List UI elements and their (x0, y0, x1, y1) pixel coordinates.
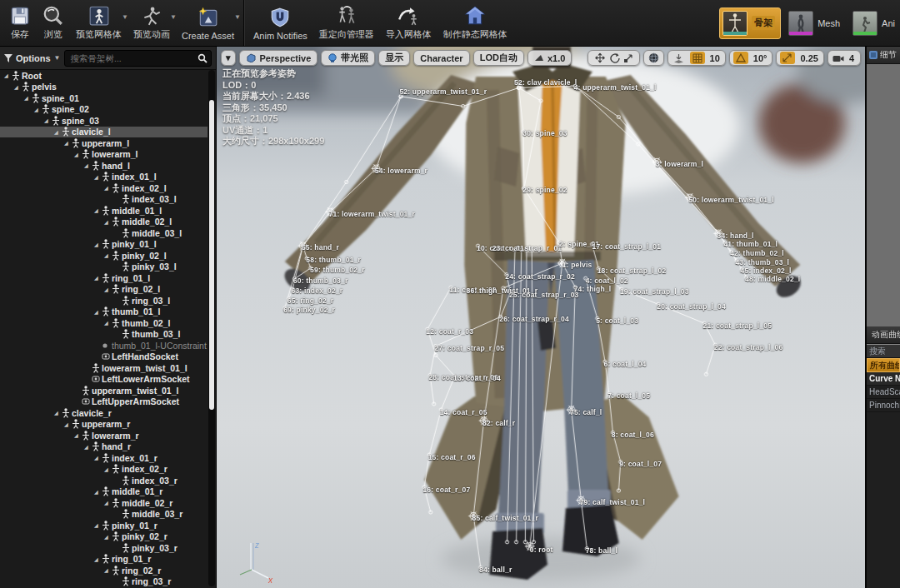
bone-label[interactable]: 43: thumb_03_l (735, 258, 789, 267)
preview-mesh-button[interactable]: ▼ 预览网格体 (70, 2, 128, 44)
tree-row-clavicle_l[interactable]: ◢clavicle_l (0, 127, 208, 138)
bone-label[interactable]: 6: coat_l_04 (603, 360, 646, 368)
tree-row-ring_02_l[interactable]: ◢ring_02_l (0, 284, 208, 296)
bone-label[interactable]: 16: coat_r_07 (422, 486, 470, 494)
bone-label[interactable]: 0: root (530, 546, 553, 554)
browse-button[interactable]: 浏览 (37, 2, 70, 44)
bone-label[interactable]: 9: coat_l_07 (619, 460, 662, 468)
tree-row-ring_01_l[interactable]: ◢ring_01_l (0, 272, 208, 284)
bone-label[interactable]: 21: coat_strap_l_05 (703, 321, 772, 330)
tree-row-index_01_l[interactable]: ◢index_01_l (0, 172, 208, 183)
bone-label[interactable]: 59: thumb_02_r (310, 266, 365, 274)
bone-label[interactable]: 14: coat_r_05 (440, 408, 488, 416)
tree-row-leftupperarmsocket[interactable]: LeftUpperArmSocket (0, 396, 208, 408)
bone-label[interactable]: 78: ball_l (586, 546, 618, 555)
bone-label[interactable]: 54: lowerarm_r (375, 167, 428, 175)
bone-label[interactable]: 71: lowerarm_twist_01_r (329, 210, 415, 218)
tree-row-lowerarm_twist_01_l[interactable]: lowerarm_twist_01_l (0, 362, 208, 374)
bone-label[interactable]: 82: calf_r (482, 419, 515, 427)
bone-label[interactable]: 12: coat_r_03 (426, 327, 473, 336)
bone-label[interactable]: 74: thigh_l (574, 285, 612, 293)
tree-row-middle_01_r[interactable]: ◢middle_01_r (0, 486, 208, 498)
bone-label[interactable]: 84: ball_r (479, 566, 512, 574)
retarget-manager-button[interactable]: 重定向管理器 (313, 2, 380, 44)
tree-row-hand_l[interactable]: ◢hand_l (0, 160, 208, 172)
tree-row-ring_02_r[interactable]: ◢ring_02_r (0, 565, 208, 576)
all-curves-button[interactable]: 所有曲线 (867, 358, 900, 372)
bone-label[interactable]: 7: coat_l_05 (608, 391, 650, 400)
bone-label[interactable]: 34: hand_l (718, 232, 754, 240)
dropdown-caret-icon[interactable]: ▼ (234, 13, 241, 21)
mode-animation-button[interactable]: Ani (850, 8, 900, 38)
anim-notifies-button[interactable]: Anim Notifies (248, 2, 313, 44)
bone-label[interactable]: 25: coat_strap_r_03 (509, 291, 579, 299)
tree-row-thumb_01_l[interactable]: ◢thumb_01_l (0, 306, 208, 318)
bone-label[interactable]: 17: coat_strap_l_01 (592, 242, 661, 251)
save-button[interactable]: 保存 (3, 2, 37, 44)
bone-label[interactable]: 69: pinky_02_r (283, 306, 335, 314)
tree-row-middle_03_l[interactable]: middle_03_l (0, 227, 208, 239)
bone-label[interactable]: 4: upperarm_twist_01_l (574, 83, 657, 92)
options-filter-button[interactable]: Options ▼ (4, 53, 60, 63)
skeleton-search-input[interactable] (68, 52, 194, 64)
tree-row-ring_03_l[interactable]: ring_03_l (0, 295, 208, 306)
tree-row-spine_02[interactable]: ◢spine_02 (0, 104, 208, 116)
tree-row-lefthandsocket[interactable]: LeftHandSocket (0, 351, 208, 363)
tree-row-pinky_03_l[interactable]: pinky_03_l (0, 262, 208, 273)
tree-scrollbar[interactable] (208, 70, 215, 586)
tree-row-middle_02_r[interactable]: ◢middle_02_r (0, 497, 208, 509)
bone-label[interactable]: 30: spine_03 (522, 129, 567, 137)
bone-label[interactable]: 52: clav clavicle_l (514, 78, 577, 87)
curve-row[interactable]: HeadScale (867, 386, 900, 399)
mode-mesh-button[interactable]: Mesh (786, 8, 845, 38)
tree-row-lowerarm_r[interactable]: ◢lowerarm_r (0, 430, 208, 441)
curve-row[interactable]: Pinnochio (867, 399, 900, 412)
tree-row-middle_03_r[interactable]: middle_03_r (0, 509, 208, 521)
tree-row-index_01_r[interactable]: ◢index_01_r (0, 452, 208, 464)
tree-row-thumb_02_l[interactable]: ◢thumb_02_l (0, 317, 208, 329)
bone-label[interactable]: 19: coat_strap_l_03 (620, 287, 689, 296)
bone-label[interactable]: 15: coat_r_06 (428, 453, 476, 461)
bone-label[interactable]: 48: middle_02_l (745, 275, 800, 283)
tree-row-middle_02_l[interactable]: ◢middle_02_l (0, 217, 208, 228)
bone-label[interactable]: 26: coat_strap_r_04 (499, 315, 569, 323)
bone-label[interactable]: 20: coat_strap_l_04 (657, 302, 726, 311)
mode-skeleton-button[interactable]: 骨架 (719, 7, 781, 39)
tree-row-ring_01_r[interactable]: ◢ring_01_r (0, 554, 208, 566)
tree-row-pinky_01_l[interactable]: ◢pinky_01_l (0, 239, 208, 251)
bone-label[interactable]: 55: hand_r (302, 243, 339, 252)
bone-label[interactable]: 85: calf_twist_01_r (472, 514, 538, 522)
bone-label[interactable]: 4: coat_l_02 (586, 277, 628, 285)
tab-anim-curves[interactable]: 动画曲线 (867, 326, 900, 344)
preview-anim-button[interactable]: ▼ 预览动画 (128, 2, 176, 44)
tree-row-pelvis[interactable]: ◢pelvis (0, 82, 208, 93)
tree-row-clavicle_r[interactable]: ◢clavicle_r (0, 407, 208, 419)
tree-row-pinky_02_r[interactable]: ◢pinky_02_r (0, 531, 208, 543)
curve-column-header[interactable]: Curve Nam (867, 372, 900, 386)
bone-label[interactable]: 8: coat_l_06 (612, 431, 654, 439)
bone-label[interactable]: 75: calf_l (570, 408, 602, 416)
viewport-3d[interactable]: ▾ Perspective 带光照 显示 Character LOD自动 x1.… (217, 47, 865, 588)
tree-row-lowerarm_l[interactable]: ◢lowerarm_l (0, 149, 208, 161)
create-asset-button[interactable]: ▼ Create Asset (176, 2, 240, 44)
tree-row-pinky_02_l[interactable]: ◢pinky_02_l (0, 250, 208, 262)
tree-row-upperarm_r[interactable]: ◢upperarm_r (0, 419, 208, 431)
bone-label[interactable]: 5: coat_l_03 (596, 316, 638, 325)
bone-label[interactable]: 27: coat_strap_r_05 (434, 344, 504, 352)
bone-label[interactable]: 63: index_02_r (291, 287, 342, 295)
tree-row-thumb_01_l-uconstraint[interactable]: thumb_01_l-UConstraint (0, 340, 208, 351)
tree-row-middle_01_l[interactable]: ◢middle_01_l (0, 205, 208, 217)
tree-row-index_03_r[interactable]: index_03_r (0, 475, 208, 486)
bone-label[interactable]: 3: lowerarm_l (656, 160, 703, 168)
tree-row-root[interactable]: ◢Root (0, 70, 208, 82)
tree-scrollbar-thumb[interactable] (209, 100, 214, 410)
bone-label[interactable]: 50: lowerarm_twist_01_l (688, 196, 773, 204)
bone-label[interactable]: 60: thumb_03_r (293, 277, 348, 285)
tree-row-pinky_01_r[interactable]: ◢pinky_01_r (0, 520, 208, 531)
bone-label[interactable]: 52: upperarm_twist_01_r (399, 87, 487, 96)
bone-label[interactable]: 23: coat_strap_r_01 (492, 244, 562, 252)
tree-row-index_02_l[interactable]: ◢index_02_l (0, 182, 208, 194)
bone-label[interactable]: 24: coat_strap_r_02 (505, 272, 575, 281)
tree-row-hand_r[interactable]: ◢hand_r (0, 441, 208, 453)
tree-row-spine_03[interactable]: ◢spine_03 (0, 115, 208, 127)
